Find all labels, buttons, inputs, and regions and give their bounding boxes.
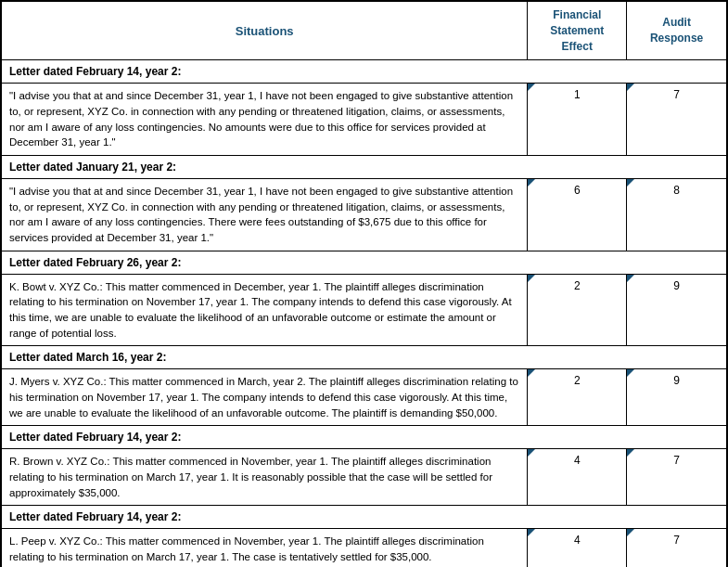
audit-number-2: 8 xyxy=(627,179,727,251)
section-header-2: Letter dated January 21, year 2: xyxy=(2,156,727,179)
financial-number-5: 4 xyxy=(528,449,627,506)
section-content-4: J. Myers v. XYZ Co.: This matter commenc… xyxy=(2,369,727,426)
blue-corner-financial-3 xyxy=(528,275,535,282)
section-text-1: "I advise you that at and since December… xyxy=(2,84,528,156)
section-header-5: Letter dated February 14, year 2: xyxy=(2,426,727,449)
financial-number-4: 2 xyxy=(528,369,627,426)
audit-number-1: 7 xyxy=(627,84,727,156)
blue-corner-audit-3 xyxy=(627,275,634,282)
section-content-6: L. Peep v. XYZ Co.: This matter commence… xyxy=(2,529,727,567)
audit-number-5: 7 xyxy=(627,449,727,506)
section-text-4: J. Myers v. XYZ Co.: This matter commenc… xyxy=(2,369,528,426)
section-content-3: K. Bowt v. XYZ Co.: This matter commence… xyxy=(2,274,727,346)
section-header-label-1: Letter dated February 14, year 2: xyxy=(2,60,727,84)
section-text-2: "I advise you that at and since December… xyxy=(2,179,528,251)
section-content-1: "I advise you that at and since December… xyxy=(2,84,727,156)
blue-corner-financial-1 xyxy=(528,84,535,91)
section-content-2: "I advise you that at and since December… xyxy=(2,179,727,251)
section-header-6: Letter dated February 14, year 2: xyxy=(2,506,727,529)
section-text-6: L. Peep v. XYZ Co.: This matter commence… xyxy=(2,529,528,567)
audit-number-4: 9 xyxy=(627,369,727,426)
financial-number-1: 1 xyxy=(528,84,627,156)
main-table: Situations Financial Statement Effect Au… xyxy=(0,0,728,567)
section-text-3: K. Bowt v. XYZ Co.: This matter commence… xyxy=(2,274,528,346)
section-header-3: Letter dated February 26, year 2: xyxy=(2,251,727,274)
blue-corner-financial-2 xyxy=(528,179,535,187)
audit-number-3: 9 xyxy=(627,274,727,346)
section-header-label-3: Letter dated February 26, year 2: xyxy=(2,251,727,274)
audit-header: Audit Response xyxy=(627,2,727,60)
section-header-label-2: Letter dated January 21, year 2: xyxy=(2,156,727,179)
financial-number-3: 2 xyxy=(528,274,627,346)
blue-corner-audit-2 xyxy=(627,179,634,187)
blue-corner-audit-5 xyxy=(627,449,634,457)
financial-number-2: 6 xyxy=(528,179,627,251)
section-header-label-5: Letter dated February 14, year 2: xyxy=(2,426,727,449)
financial-header: Financial Statement Effect xyxy=(528,2,627,60)
blue-corner-financial-4 xyxy=(528,369,535,377)
audit-number-6: 7 xyxy=(627,529,727,567)
blue-corner-audit-1 xyxy=(627,84,634,91)
blue-corner-financial-5 xyxy=(528,449,535,457)
section-content-5: R. Brown v. XYZ Co.: This matter commenc… xyxy=(2,449,727,506)
section-header-4: Letter dated March 16, year 2: xyxy=(2,346,727,369)
section-header-1: Letter dated February 14, year 2: xyxy=(2,60,727,84)
blue-corner-financial-6 xyxy=(528,529,535,536)
situations-header: Situations xyxy=(2,2,528,60)
financial-number-6: 4 xyxy=(528,529,627,567)
section-header-label-4: Letter dated March 16, year 2: xyxy=(2,346,727,369)
blue-corner-audit-6 xyxy=(627,529,634,536)
section-text-5: R. Brown v. XYZ Co.: This matter commenc… xyxy=(2,449,528,506)
section-header-label-6: Letter dated February 14, year 2: xyxy=(2,506,727,529)
blue-corner-audit-4 xyxy=(627,369,634,377)
